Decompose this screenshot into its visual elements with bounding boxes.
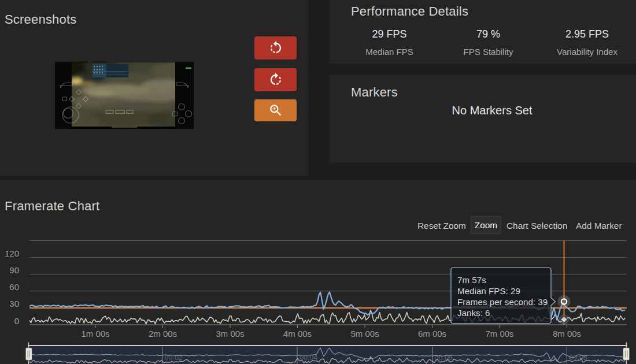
svg-text:30: 30	[9, 299, 19, 309]
svg-text:3m 00s: 3m 00s	[216, 329, 244, 339]
svg-text:0: 0	[14, 316, 19, 326]
svg-text:1m 00s: 1m 00s	[81, 329, 109, 339]
svg-text:60: 60	[9, 282, 19, 292]
svg-text:90: 90	[9, 265, 19, 275]
svg-text:Frames per second: 39: Frames per second: 39	[457, 297, 548, 307]
svg-text:8m 00s: 8m 00s	[553, 329, 581, 339]
svg-text:00:02: 00:02	[165, 354, 183, 362]
svg-text:Janks: 6: Janks: 6	[457, 308, 490, 318]
svg-text:4m 00s: 4m 00s	[283, 329, 312, 339]
svg-text:7m 57s: 7m 57s	[457, 275, 486, 285]
svg-text:5m 00s: 5m 00s	[350, 329, 379, 339]
svg-text:6m 00s: 6m 00s	[418, 329, 446, 339]
svg-text:Median FPS: 29: Median FPS: 29	[457, 286, 520, 296]
svg-text:120: 120	[5, 248, 19, 258]
svg-text:00:06: 00:06	[435, 354, 453, 362]
svg-text:7m 00s: 7m 00s	[485, 329, 513, 339]
svg-text:2m 00s: 2m 00s	[149, 329, 177, 339]
